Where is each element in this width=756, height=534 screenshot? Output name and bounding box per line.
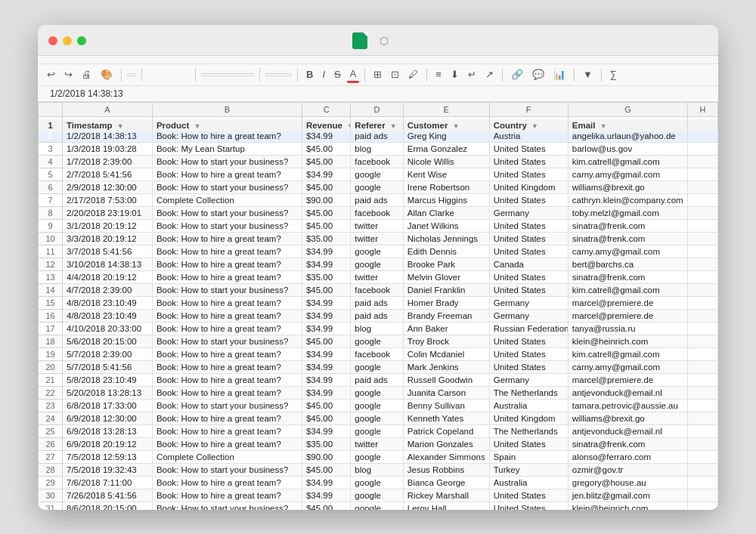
- header-cell-timestamp[interactable]: Timestamp ▼: [63, 119, 153, 131]
- customer-cell[interactable]: Marcus Higgins: [403, 193, 489, 206]
- email-cell[interactable]: tamara.petrovic@aussie.au: [568, 399, 687, 412]
- table-row[interactable]: 277/5/2018 12:59:13Complete Collection$9…: [39, 450, 718, 463]
- decimal-two-button[interactable]: [175, 73, 181, 76]
- email-cell[interactable]: bert@barchs.ca: [568, 258, 687, 270]
- email-cell[interactable]: marcel@premiere.de: [568, 373, 687, 386]
- email-cell[interactable]: kim.catrell@gmail.com: [568, 155, 687, 168]
- country-cell[interactable]: Spain: [489, 450, 568, 463]
- country-cell[interactable]: United Kingdom: [489, 181, 568, 193]
- revenue-cell[interactable]: $34.99: [302, 424, 350, 437]
- header-cell-country[interactable]: Country ▼: [489, 119, 568, 131]
- timestamp-cell[interactable]: 4/7/2018 2:39:00: [63, 283, 153, 296]
- referer-cell[interactable]: google: [351, 412, 403, 424]
- email-cell[interactable]: williams@brexit.go: [568, 412, 687, 424]
- table-row[interactable]: 205/7/2018 5:41:56Book: How to hire a gr…: [39, 360, 718, 373]
- table-row[interactable]: 318/6/2018 20:15:00Book: How to start yo…: [39, 502, 718, 510]
- timestamp-cell[interactable]: 2/20/2018 23:19:01: [63, 206, 153, 219]
- customer-cell[interactable]: Patrick Copeland: [403, 424, 489, 437]
- email-cell[interactable]: sinatra@frenk.com: [568, 437, 687, 450]
- timestamp-cell[interactable]: 1/7/2018 2:39:00: [63, 155, 153, 168]
- empty-cell[interactable]: [688, 489, 718, 502]
- customer-cell[interactable]: Homer Brady: [403, 296, 489, 309]
- product-cell[interactable]: Book: How to start your business?: [152, 219, 302, 232]
- referer-cell[interactable]: google: [351, 386, 403, 399]
- timestamp-cell[interactable]: 4/4/2018 20:19:12: [63, 270, 153, 283]
- table-row[interactable]: 174/10/2018 20:33:00Book: How to hire a …: [39, 322, 718, 335]
- spreadsheet[interactable]: A B C D E F G H 1Timestamp ▼Product ▼Rev…: [38, 102, 718, 510]
- revenue-cell[interactable]: $35.00: [302, 232, 350, 245]
- customer-cell[interactable]: Troy Brock: [403, 335, 489, 347]
- referer-cell[interactable]: blog: [351, 322, 403, 335]
- country-cell[interactable]: United States: [489, 193, 568, 206]
- timestamp-cell[interactable]: 2/7/2018 5:41:56: [63, 168, 153, 181]
- italic-button[interactable]: I: [319, 67, 328, 82]
- empty-cell[interactable]: [688, 399, 718, 412]
- empty-cell[interactable]: [688, 373, 718, 386]
- undo-button[interactable]: ↩: [44, 67, 58, 82]
- empty-cell[interactable]: [688, 258, 718, 270]
- email-cell[interactable]: marcel@premiere.de: [568, 309, 687, 322]
- timestamp-cell[interactable]: 5/20/2018 13:28:13: [63, 386, 153, 399]
- revenue-cell[interactable]: $34.99: [302, 296, 350, 309]
- table-row[interactable]: 144/7/2018 2:39:00Book: How to start you…: [39, 283, 718, 296]
- timestamp-cell[interactable]: 6/8/2018 17:33:00: [63, 399, 153, 412]
- timestamp-cell[interactable]: 6/9/2018 20:19:12: [63, 437, 153, 450]
- email-cell[interactable]: barlow@us.gov: [568, 142, 687, 155]
- revenue-cell[interactable]: $90.00: [302, 193, 350, 206]
- email-cell[interactable]: gregory@house.au: [568, 476, 687, 489]
- product-cell[interactable]: Book: How to hire a great team?: [152, 296, 302, 309]
- empty-cell[interactable]: [688, 206, 718, 219]
- email-cell[interactable]: jen.blitz@gmail.com: [568, 489, 687, 502]
- table-row[interactable]: 287/5/2018 19:32:43Book: How to start yo…: [39, 463, 718, 476]
- email-cell[interactable]: carny.amy@gmail.com: [568, 360, 687, 373]
- header-cell-revenue[interactable]: Revenue ▼: [302, 119, 350, 131]
- timestamp-cell[interactable]: 5/7/2018 5:41:56: [63, 360, 153, 373]
- customer-cell[interactable]: Alexander Simmons: [403, 450, 489, 463]
- revenue-cell[interactable]: $34.99: [302, 347, 350, 360]
- country-cell[interactable]: United States: [489, 437, 568, 450]
- table-row[interactable]: 246/9/2018 12:30:00Book: How to hire a g…: [39, 412, 718, 424]
- menu-insert[interactable]: [86, 57, 97, 62]
- timestamp-cell[interactable]: 7/5/2018 12:59:13: [63, 450, 153, 463]
- country-cell[interactable]: United States: [489, 155, 568, 168]
- empty-cell[interactable]: [688, 386, 718, 399]
- revenue-cell[interactable]: $34.99: [302, 168, 350, 181]
- table-row[interactable]: 31/3/2018 19:03:28Book: My Lean Startup$…: [39, 142, 718, 155]
- country-cell[interactable]: United States: [489, 347, 568, 360]
- timestamp-cell[interactable]: 2/17/2018 7:53:00: [63, 193, 153, 206]
- country-cell[interactable]: United States: [489, 283, 568, 296]
- referer-cell[interactable]: paid ads: [351, 309, 403, 322]
- empty-cell[interactable]: [688, 168, 718, 181]
- country-cell[interactable]: United States: [489, 142, 568, 155]
- country-cell[interactable]: Turkey: [489, 463, 568, 476]
- bg-color-button[interactable]: 🖊: [405, 67, 421, 82]
- timestamp-cell[interactable]: 7/5/2018 19:32:43: [63, 463, 153, 476]
- empty-cell[interactable]: [688, 309, 718, 322]
- empty-cell[interactable]: [688, 450, 718, 463]
- customer-cell[interactable]: Brandy Freeman: [403, 309, 489, 322]
- timestamp-cell[interactable]: 3/1/2018 20:19:12: [63, 219, 153, 232]
- decimal-three-button[interactable]: [184, 73, 190, 76]
- revenue-cell[interactable]: $34.99: [302, 245, 350, 258]
- font-select[interactable]: [201, 73, 254, 76]
- timestamp-cell[interactable]: 3/7/2018 5:41:56: [63, 245, 153, 258]
- customer-cell[interactable]: Kent Wise: [403, 168, 489, 181]
- revenue-cell[interactable]: $45.00: [302, 399, 350, 412]
- col-header-d[interactable]: D: [351, 102, 403, 116]
- product-cell[interactable]: Book: How to start your business?: [152, 399, 302, 412]
- empty-cell[interactable]: [688, 296, 718, 309]
- col-header-a[interactable]: A: [63, 102, 153, 116]
- referer-cell[interactable]: google: [351, 424, 403, 437]
- customer-cell[interactable]: Kenneth Yates: [403, 412, 489, 424]
- empty-cell[interactable]: [688, 219, 718, 232]
- empty-cell[interactable]: [688, 142, 718, 155]
- referer-cell[interactable]: facebook: [351, 283, 403, 296]
- print-button[interactable]: 🖨: [79, 67, 94, 82]
- menu-data[interactable]: [113, 57, 124, 62]
- customer-cell[interactable]: Daniel Franklin: [403, 283, 489, 296]
- customer-cell[interactable]: Jesus Robbins: [403, 463, 489, 476]
- currency-button[interactable]: [147, 73, 153, 76]
- menu-format[interactable]: [100, 57, 110, 62]
- table-row[interactable]: 164/8/2018 23:10:49Book: How to hire a g…: [39, 309, 718, 322]
- col-header-e[interactable]: E: [403, 102, 489, 116]
